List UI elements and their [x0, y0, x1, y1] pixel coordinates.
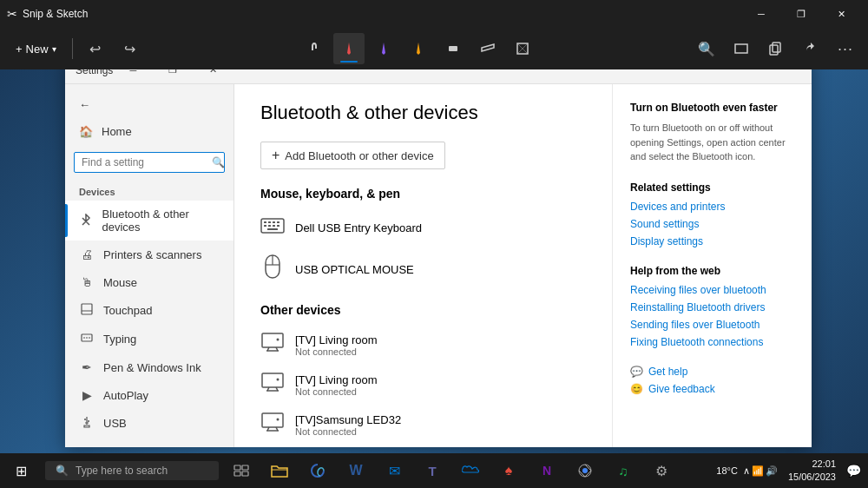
display-settings-link[interactable]: Display settings — [630, 235, 794, 247]
sidebar-item-typing[interactable]: Typing — [65, 325, 233, 353]
give-feedback-link[interactable]: Give feedback — [648, 383, 715, 395]
give-feedback-row: 😊 Give feedback — [630, 383, 794, 395]
sidebar-item-usb[interactable]: USB — [65, 409, 233, 438]
teams-button[interactable]: T — [413, 453, 451, 488]
sidebar-search-box[interactable]: 🔍 — [74, 152, 225, 173]
minimize-button[interactable]: ─ — [741, 0, 781, 28]
share-button[interactable] — [795, 33, 826, 64]
new-label: New — [26, 43, 49, 56]
svg-rect-22 — [268, 225, 271, 227]
svg-rect-53 — [234, 465, 240, 470]
back-icon: ← — [79, 98, 90, 111]
zoom-button[interactable]: 🔍 — [691, 33, 722, 64]
mouse-icon: 🖱 — [79, 275, 95, 289]
mouse-device-info: USB OPTICAL MOUSE — [295, 263, 414, 276]
undo-button[interactable]: ↩ — [80, 33, 111, 64]
right-panel: Turn on Bluetooth even faster To turn Bl… — [612, 84, 812, 447]
edge-button[interactable] — [299, 453, 337, 488]
sidebar-item-autoplay[interactable]: ▶ AutoPlay — [65, 381, 233, 409]
aspect-button[interactable] — [726, 33, 757, 64]
crop-tool-button[interactable] — [507, 33, 538, 64]
svg-rect-19 — [273, 221, 275, 223]
typing-icon — [79, 332, 95, 346]
samsung1-device-name: [TV]Samsung LED32 — [295, 413, 401, 426]
samsung1-device-status: Not connected — [295, 426, 401, 437]
sidebar-item-touchpad[interactable]: Touchpad — [65, 296, 233, 325]
add-icon: + — [272, 148, 279, 163]
devices-printers-link[interactable]: Devices and printers — [630, 201, 794, 213]
maximize-button[interactable]: ❐ — [781, 0, 821, 28]
related-settings-section: Related settings Devices and printers So… — [630, 181, 794, 247]
sidebar-search-input[interactable] — [82, 156, 212, 168]
onedrive-button[interactable] — [451, 453, 490, 488]
pencil-tool-button[interactable] — [368, 33, 399, 64]
sound-settings-link[interactable]: Sound settings — [630, 218, 794, 230]
mail-button[interactable]: ✉ — [375, 453, 413, 488]
tv2-icon — [260, 373, 285, 397]
settings-body: ← 🏠 Home 🔍 Devices Bluetooth & other dev… — [65, 84, 812, 447]
close-button[interactable]: ✕ — [821, 0, 861, 28]
overflow-button[interactable]: ··· — [830, 33, 861, 64]
bluetooth-icon — [79, 214, 93, 228]
sidebar-item-autoplay-label: AutoPlay — [103, 389, 148, 402]
tv1-device-name: [TV] Living room — [295, 333, 378, 346]
add-device-button[interactable]: + Add Bluetooth or other device — [260, 142, 445, 169]
redo-button[interactable]: ↪ — [115, 33, 146, 64]
tv2-device-status: Not connected — [295, 386, 378, 397]
svg-point-42 — [277, 419, 279, 421]
sidebar-home-item[interactable]: 🏠 Home — [65, 118, 233, 145]
get-help-link[interactable]: Get help — [648, 366, 687, 378]
settings-taskbar-button[interactable]: ⚙ — [642, 453, 681, 488]
sidebar-item-bluetooth[interactable]: Bluetooth & other devices — [65, 201, 233, 241]
start-button[interactable]: ⊞ — [0, 453, 42, 488]
app-title: Snip & Sketch — [23, 8, 88, 20]
receiving-files-link[interactable]: Receiving files over bluetooth — [630, 284, 794, 296]
devices-section-label: Devices — [65, 180, 233, 201]
fixing-connections-link[interactable]: Fixing Bluetooth connections — [630, 336, 794, 348]
notification-icon[interactable]: 💬 — [846, 464, 861, 478]
wifi-icon[interactable]: 📶 — [752, 465, 764, 477]
bluetooth-faster-text: To turn Bluetooth on or off without open… — [630, 121, 794, 164]
volume-icon[interactable]: 🔊 — [766, 465, 778, 477]
tv1-icon — [260, 333, 285, 357]
svg-rect-8 — [82, 304, 92, 314]
ballpoint-tool-button[interactable] — [333, 33, 365, 64]
sidebar-item-pen-label: Pen & Windows Ink — [103, 361, 201, 374]
sidebar-item-pen[interactable]: ✒ Pen & Windows Ink — [65, 353, 233, 381]
keyboard-device-item: Dell USB Entry Keyboard — [260, 211, 586, 244]
svg-point-14 — [84, 419, 86, 420]
onenote-button[interactable]: N — [528, 453, 566, 488]
new-icon: + — [16, 43, 23, 56]
mouse-device-name: USB OPTICAL MOUSE — [295, 263, 414, 276]
add-device-row: + Add Bluetooth or other device — [260, 142, 586, 169]
eraser-tool-button[interactable] — [437, 33, 469, 64]
chrome-button[interactable] — [566, 453, 604, 488]
app-logo-icon: ✂ — [7, 7, 17, 21]
file-explorer-button[interactable] — [260, 453, 299, 488]
highlighter-tool-button[interactable] — [403, 33, 434, 64]
sidebar-item-printers[interactable]: 🖨 Printers & scanners — [65, 241, 233, 268]
settings-sidebar: ← 🏠 Home 🔍 Devices Bluetooth & other dev… — [65, 84, 234, 447]
home-label: Home — [102, 125, 132, 138]
taskview-button[interactable] — [222, 453, 260, 488]
copy-button[interactable] — [760, 33, 792, 64]
taskbar-search-box[interactable]: 🔍 Type here to search — [45, 461, 219, 480]
sidebar-item-mouse[interactable]: 🖱 Mouse — [65, 268, 233, 296]
word-button[interactable]: W — [337, 453, 375, 488]
svg-rect-17 — [264, 221, 266, 223]
new-button[interactable]: + New ▾ — [7, 37, 65, 61]
settings-window: Settings ─ ❐ ✕ ← 🏠 Home 🔍 Devices — [65, 56, 812, 447]
chevron-icon: ▾ — [52, 44, 56, 54]
chevron-tray-icon[interactable]: ∧ — [743, 465, 750, 477]
content-pane: Bluetooth & other devices + Add Bluetoot… — [234, 84, 612, 447]
spotify-button[interactable]: ♫ — [604, 453, 642, 488]
solitaire-button[interactable]: ♠ — [490, 453, 528, 488]
touch-tool-button[interactable] — [299, 33, 330, 64]
sending-files-link[interactable]: Sending files over Bluetooth — [630, 319, 794, 331]
reinstalling-drivers-link[interactable]: Reinstalling Bluetooth drivers — [630, 301, 794, 313]
taskbar-weather-temp: 18°C — [716, 465, 738, 476]
get-help-row: 💬 Get help — [630, 366, 794, 378]
ruler-tool-button[interactable] — [472, 33, 503, 64]
sidebar-back-button[interactable]: ← — [65, 91, 233, 118]
taskbar-clock[interactable]: 22:01 15/06/2023 — [783, 458, 841, 485]
